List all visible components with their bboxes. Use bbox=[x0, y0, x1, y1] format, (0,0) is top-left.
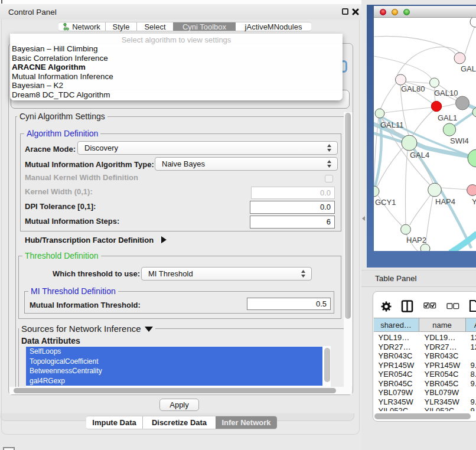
svg-text:GAL7: GAL7 bbox=[461, 64, 476, 73]
svg-text:GAL4: GAL4 bbox=[410, 151, 429, 159]
svg-text:Y: Y bbox=[472, 197, 476, 206]
svg-text:SWI4: SWI4 bbox=[450, 136, 469, 145]
svg-text:HAP2: HAP2 bbox=[406, 236, 426, 244]
svg-text:GAL1: GAL1 bbox=[438, 113, 457, 122]
svg-text:HAP4: HAP4 bbox=[435, 197, 455, 206]
svg-text:GCY1: GCY1 bbox=[375, 198, 396, 207]
svg-text:GAL11: GAL11 bbox=[380, 120, 404, 129]
svg-text:GAL10: GAL10 bbox=[434, 89, 458, 97]
svg-text:GAL80: GAL80 bbox=[401, 84, 425, 93]
